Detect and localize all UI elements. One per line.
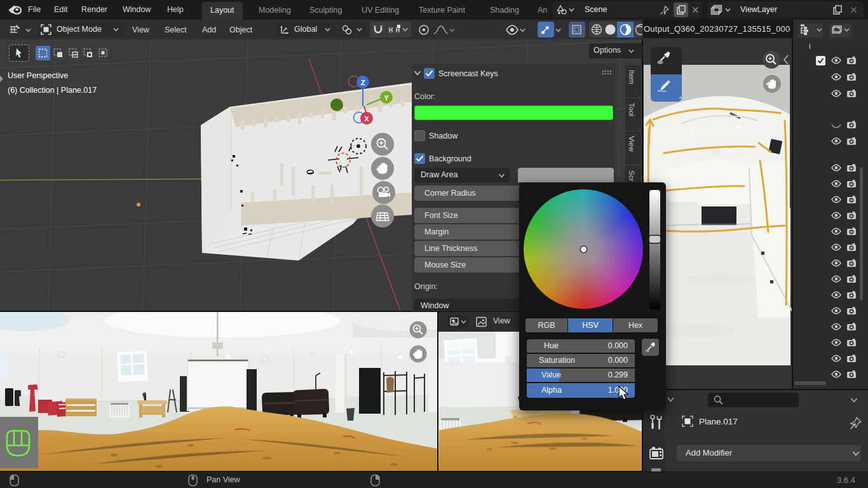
svg-text:i: i bbox=[809, 42, 811, 51]
svg-text:X: X bbox=[364, 115, 369, 123]
svg-text:User Perspective: User Perspective bbox=[8, 71, 68, 80]
svg-text:Y: Y bbox=[384, 94, 389, 102]
svg-text:Z: Z bbox=[361, 79, 365, 86]
svg-text:(6) Collection | Plane.017: (6) Collection | Plane.017 bbox=[8, 86, 97, 95]
